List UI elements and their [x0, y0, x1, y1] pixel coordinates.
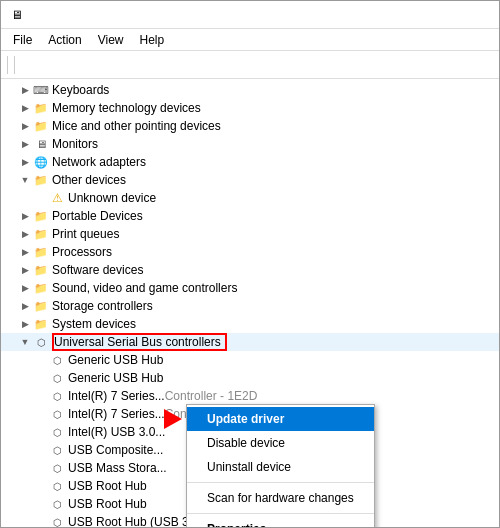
- tree-device-icon: ⚠: [49, 190, 65, 206]
- tree-item[interactable]: 📁Software devices: [1, 261, 499, 279]
- tree-expand-arrow[interactable]: [17, 226, 33, 242]
- tree-item-label: Unknown device: [68, 191, 156, 205]
- tree-expand-arrow[interactable]: [17, 298, 33, 314]
- tree-device-icon: 🖥: [33, 136, 49, 152]
- tree-device-icon: ⬡: [49, 370, 65, 386]
- tree-expand-arrow[interactable]: [17, 316, 33, 332]
- menu-item-view[interactable]: View: [90, 31, 132, 49]
- tree-item[interactable]: 📁System devices: [1, 315, 499, 333]
- tree-device-icon: 📁: [33, 118, 49, 134]
- toolbar-separator: [14, 56, 15, 74]
- tree-expand-arrow[interactable]: [17, 280, 33, 296]
- tree-device-icon: 📁: [33, 244, 49, 260]
- tree-device-icon: ⬡: [49, 478, 65, 494]
- context-menu-separator: [187, 482, 374, 483]
- tree-device-icon: 📁: [33, 226, 49, 242]
- tree-item-label: Processors: [52, 245, 112, 259]
- arrow-indicator: [164, 409, 182, 429]
- tree-item-label: Generic USB Hub: [68, 371, 163, 385]
- tree-item-label: Sound, video and game controllers: [52, 281, 237, 295]
- tree-expand-arrow[interactable]: [17, 208, 33, 224]
- tree-item-label: Portable Devices: [52, 209, 143, 223]
- tree-item[interactable]: ⬡Intel(R) 7 Series... Controller - 1E2D: [1, 387, 499, 405]
- menu-bar: FileActionViewHelp: [1, 29, 499, 51]
- tree-device-icon: 📁: [33, 172, 49, 188]
- context-menu-item-properties[interactable]: Properties: [187, 517, 374, 527]
- tree-item[interactable]: 📁Print queues: [1, 225, 499, 243]
- tree-device-icon: 📁: [33, 100, 49, 116]
- tree-expand-arrow[interactable]: [17, 334, 33, 350]
- tree-item-label: Storage controllers: [52, 299, 153, 313]
- tree-device-icon: 📁: [33, 316, 49, 332]
- tree-item-label: Software devices: [52, 263, 143, 277]
- menu-item-help[interactable]: Help: [132, 31, 173, 49]
- tree-item-label: Other devices: [52, 173, 126, 187]
- tree-item-label: USB Root Hub (USB 3.0): [68, 515, 203, 527]
- tree-item-label: Universal Serial Bus controllers: [54, 335, 221, 349]
- tree-item-label: Memory technology devices: [52, 101, 201, 115]
- tree-item[interactable]: ⬡Generic USB Hub: [1, 351, 499, 369]
- tree-device-icon: ⬡: [49, 388, 65, 404]
- context-menu-item-disable-device[interactable]: Disable device: [187, 431, 374, 455]
- tree-item-label: Network adapters: [52, 155, 146, 169]
- tree-item-label: USB Mass Stora...: [68, 461, 167, 475]
- tree-item[interactable]: 🌐Network adapters: [1, 153, 499, 171]
- tree-expand-arrow[interactable]: [17, 100, 33, 116]
- tree-device-icon: ⬡: [49, 352, 65, 368]
- tree-device-icon: 🌐: [33, 154, 49, 170]
- tree-item[interactable]: 🖥Monitors: [1, 135, 499, 153]
- tree-expand-arrow[interactable]: [17, 118, 33, 134]
- tree-device-icon: 📁: [33, 298, 49, 314]
- title-bar: 🖥: [1, 1, 499, 29]
- context-menu-item-update-driver[interactable]: Update driver: [187, 407, 374, 431]
- tree-item[interactable]: ⌨Keyboards: [1, 81, 499, 99]
- context-menu-item-scan-for-hardware-changes[interactable]: Scan for hardware changes: [187, 486, 374, 510]
- tree-device-icon: ⬡: [49, 424, 65, 440]
- tree-item-label: Generic USB Hub: [68, 353, 163, 367]
- tree-item[interactable]: ⚠Unknown device: [1, 189, 499, 207]
- tree-device-icon: ⌨: [33, 82, 49, 98]
- tree-item[interactable]: 📁Sound, video and game controllers: [1, 279, 499, 297]
- tree-device-icon: 📁: [33, 208, 49, 224]
- tree-item[interactable]: 📁Mice and other pointing devices: [1, 117, 499, 135]
- tree-device-icon: ⬡: [33, 334, 49, 350]
- tree-item-label: USB Root Hub: [68, 479, 147, 493]
- tree-item[interactable]: ⬡Generic USB Hub: [1, 369, 499, 387]
- tree-item[interactable]: 📁Processors: [1, 243, 499, 261]
- menu-item-file[interactable]: File: [5, 31, 40, 49]
- context-menu-item-uninstall-device[interactable]: Uninstall device: [187, 455, 374, 479]
- context-menu: Update driverDisable deviceUninstall dev…: [186, 404, 375, 527]
- tree-expand-arrow[interactable]: [17, 172, 33, 188]
- tree-device-icon: ⬡: [49, 442, 65, 458]
- tree-item-label: Mice and other pointing devices: [52, 119, 221, 133]
- toolbar-separator: [7, 56, 8, 74]
- tree-device-icon: ⬡: [49, 406, 65, 422]
- context-menu-separator: [187, 513, 374, 514]
- tree-item-label: USB Root Hub: [68, 497, 147, 511]
- tree-expand-arrow[interactable]: [17, 154, 33, 170]
- usb-label-box: Universal Serial Bus controllers: [52, 333, 227, 351]
- tree-item-label: System devices: [52, 317, 136, 331]
- toolbar: [1, 51, 499, 79]
- tree-item[interactable]: 📁Portable Devices: [1, 207, 499, 225]
- window-icon: 🖥: [9, 7, 25, 23]
- menu-item-action[interactable]: Action: [40, 31, 89, 49]
- tree-item[interactable]: 📁Storage controllers: [1, 297, 499, 315]
- tree-item-label: Intel(R) USB 3.0...: [68, 425, 165, 439]
- tree-device-icon: 📁: [33, 262, 49, 278]
- device-manager-window: 🖥 FileActionViewHelp ⌨Keyboards📁Memory t…: [0, 0, 500, 528]
- tree-device-icon: 📁: [33, 280, 49, 296]
- tree-expand-arrow[interactable]: [17, 244, 33, 260]
- tree-item-label: USB Composite...: [68, 443, 163, 457]
- tree-item-label: Intel(R) 7 Series...: [68, 407, 165, 421]
- tree-expand-arrow[interactable]: [17, 82, 33, 98]
- tree-item[interactable]: 📁Other devices: [1, 171, 499, 189]
- tree-item[interactable]: ⬡Universal Serial Bus controllers: [1, 333, 499, 351]
- tree-item-extra: Controller - 1E2D: [165, 389, 258, 403]
- tree-device-icon: ⬡: [49, 514, 65, 527]
- tree-item[interactable]: 📁Memory technology devices: [1, 99, 499, 117]
- tree-item-label: Monitors: [52, 137, 98, 151]
- tree-item-label: Intel(R) 7 Series...: [68, 389, 165, 403]
- tree-expand-arrow[interactable]: [17, 136, 33, 152]
- tree-expand-arrow[interactable]: [17, 262, 33, 278]
